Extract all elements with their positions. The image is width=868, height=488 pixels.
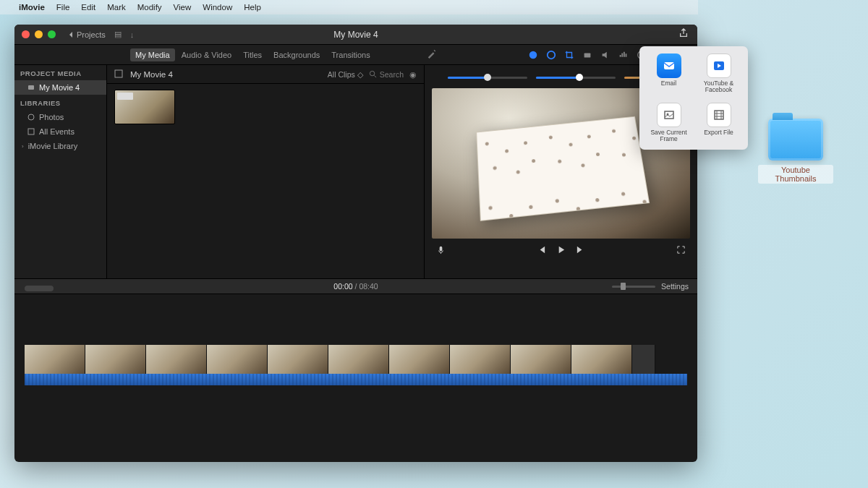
stabilization-icon[interactable] [582, 49, 592, 60]
youtube-icon [707, 53, 731, 78]
volume-icon[interactable] [600, 49, 610, 60]
timeline-clip[interactable] [632, 345, 655, 374]
crop-icon[interactable] [563, 49, 574, 60]
timeline-clip[interactable] [450, 345, 511, 374]
wand-icon[interactable] [427, 48, 437, 61]
timeline-clip[interactable] [328, 345, 389, 374]
sidebar-item-all-events[interactable]: All Events [14, 124, 106, 139]
svg-rect-8 [28, 85, 34, 90]
svg-point-1 [547, 51, 555, 59]
project-media-header: PROJECT MEDIA [14, 65, 106, 80]
sidebar-item-imovie-library[interactable]: › iMovie Library [14, 139, 106, 153]
sidebar: PROJECT MEDIA My Movie 4 LIBRARIES Photo… [14, 65, 107, 278]
tab-my-media[interactable]: My Media [130, 48, 175, 61]
menubar-modify[interactable]: Modify [137, 3, 162, 12]
library-tabs: My Media Audio & Video Titles Background… [130, 48, 375, 61]
share-button[interactable] [678, 28, 689, 41]
timeline-clip[interactable] [207, 345, 268, 374]
menubar-help[interactable]: Help [244, 3, 261, 12]
svg-point-0 [529, 51, 537, 59]
playback-controls [425, 240, 697, 262]
fullscreen-icon[interactable] [676, 244, 686, 257]
svg-rect-13 [440, 247, 443, 252]
tab-backgrounds[interactable]: Backgrounds [268, 48, 325, 61]
library-toolbar: My Media Audio & Video Titles Background… [14, 45, 697, 65]
tab-transitions[interactable]: Transitions [326, 48, 375, 61]
window-title: My Movie 4 [333, 30, 378, 40]
folder-label: Youtube Thumbnails [758, 165, 833, 184]
back-to-projects[interactable]: Projects [67, 30, 106, 39]
search-field[interactable]: Search [369, 70, 404, 79]
timeline-clip[interactable] [146, 345, 207, 374]
timeline-clip[interactable] [571, 345, 632, 374]
sidebar-item-project[interactable]: My Movie 4 [14, 80, 106, 95]
svg-point-9 [28, 114, 34, 120]
clip-thumbnail[interactable] [114, 90, 175, 124]
clip-filter[interactable]: All Clips ◇ [328, 70, 363, 79]
traffic-lights [22, 30, 56, 38]
search-placeholder: Search [380, 70, 404, 79]
close-button[interactable] [22, 30, 30, 38]
menubar-window[interactable]: Window [203, 3, 232, 12]
timeline-clip[interactable] [25, 345, 85, 374]
share-popover: Email YouTube & Facebook Save Current Fr… [639, 46, 748, 150]
film-icon [707, 103, 731, 127]
timeline-clip[interactable] [268, 345, 328, 374]
timeline-toolbar: 00:00 / 08:40 Settings [14, 278, 697, 294]
maximize-button[interactable] [48, 30, 56, 38]
minimize-button[interactable] [35, 30, 43, 38]
menubar-mark[interactable]: Mark [107, 3, 126, 12]
tab-titles[interactable]: Titles [238, 48, 267, 61]
audio-track[interactable] [25, 374, 687, 385]
sidebar-library-label: iMovie Library [28, 142, 77, 150]
next-button[interactable] [576, 244, 585, 257]
color-correction-icon[interactable] [545, 49, 556, 60]
sidebar-project-label: My Movie 4 [39, 83, 80, 92]
share-save-frame[interactable]: Save Current Frame [644, 103, 694, 143]
folder-icon [768, 119, 823, 160]
timeline-clip[interactable] [85, 345, 146, 374]
desktop-folder[interactable]: Youtube Thumbnails [758, 119, 833, 184]
shadows-slider[interactable] [448, 77, 527, 79]
sidebar-photos-label: Photos [39, 113, 64, 121]
timeline-clip[interactable] [389, 345, 450, 374]
noise-reduction-icon[interactable] [618, 49, 629, 60]
projects-label: Projects [77, 30, 106, 39]
brightness-slider[interactable] [536, 77, 616, 79]
macos-menubar: iMovie File Edit Mark Modify View Window… [0, 0, 698, 14]
menubar-edit[interactable]: Edit [81, 3, 95, 12]
list-view-icon[interactable] [114, 69, 123, 80]
share-export-file[interactable]: Export File [694, 103, 744, 143]
share-email[interactable]: Email [644, 53, 694, 94]
libraries-header: LIBRARIES [14, 95, 106, 110]
prev-button[interactable] [537, 244, 546, 257]
library-list-icon[interactable]: ▤ [114, 30, 122, 39]
voiceover-icon[interactable] [436, 244, 446, 257]
svg-rect-18 [715, 111, 723, 119]
svg-rect-2 [584, 53, 590, 57]
timeline-clip[interactable] [511, 345, 571, 374]
settings-button[interactable]: Settings [661, 282, 689, 291]
mail-icon [657, 53, 681, 78]
media-browser: My Movie 4 All Clips ◇ Search ◉ [107, 65, 424, 278]
total-time: 08:40 [359, 282, 378, 291]
menubar-view[interactable]: View [174, 3, 192, 12]
project-icon [27, 84, 35, 91]
import-icon[interactable]: ↓ [130, 30, 135, 39]
timeline-scrollbar[interactable] [25, 286, 54, 291]
tab-audio-video[interactable]: Audio & Video [176, 48, 237, 61]
svg-rect-10 [28, 129, 34, 134]
browser-settings-icon[interactable]: ◉ [409, 70, 417, 79]
menubar-file[interactable]: File [56, 3, 70, 12]
events-icon [27, 128, 35, 135]
titlebar: Projects ▤ ↓ My Movie 4 [14, 25, 697, 45]
current-time: 00:00 [333, 282, 352, 291]
zoom-slider[interactable] [612, 286, 655, 288]
svg-rect-14 [664, 62, 674, 69]
sidebar-item-photos[interactable]: Photos [14, 110, 106, 124]
menubar-app[interactable]: iMovie [19, 3, 45, 12]
play-button[interactable] [556, 244, 566, 257]
frame-icon [657, 103, 681, 127]
color-balance-icon[interactable] [527, 49, 538, 60]
share-youtube-facebook[interactable]: YouTube & Facebook [694, 53, 744, 94]
